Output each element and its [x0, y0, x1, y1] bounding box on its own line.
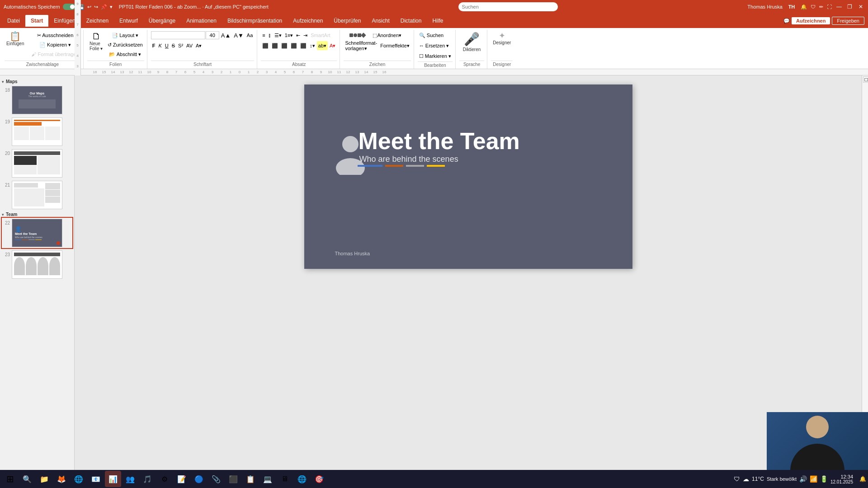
neue-folie-button[interactable]: 🗋 NeueFolie ▾ [87, 31, 105, 52]
shapes-gallery[interactable] [344, 31, 371, 40]
slide-thumb-20[interactable]: 20 [2, 148, 72, 178]
italic-button[interactable]: K [157, 41, 163, 50]
linespacing-button[interactable]: ↕▾ [308, 41, 316, 50]
pen-icon[interactable]: ✏ [819, 4, 823, 10]
kopieren-button[interactable]: 📄 Kopieren ▾ [30, 40, 80, 49]
font-size-input[interactable] [206, 31, 219, 39]
taskbar-mail[interactable]: 📧 [88, 471, 104, 487]
tab-dictation[interactable]: Dictation [395, 15, 427, 27]
format-button[interactable]: 🖌 Format übertragen [30, 50, 80, 59]
columns-button[interactable]: ⬛ [299, 41, 308, 50]
numlist-button[interactable]: 1≡▾ [283, 31, 295, 40]
slide-subtitle[interactable]: Who are behind the scenes [359, 155, 458, 164]
tab-hilfe[interactable]: Hilfe [427, 15, 448, 27]
close-button[interactable]: ✕ [857, 3, 864, 10]
tab-ueberpruefen[interactable]: Überprüfen [328, 15, 366, 27]
slide-panel[interactable]: ▾ Maps 18 Our Maps The works in cute 19 [0, 75, 75, 482]
slide-title[interactable]: Meet the Team [359, 127, 520, 155]
formeffekte-button[interactable]: Formeffekte▾ [379, 41, 411, 50]
abschnitt-button[interactable]: 📂 Abschnitt ▾ [106, 50, 144, 59]
taskbar-chrome[interactable]: 🌐 [71, 471, 87, 487]
tab-bildschirm[interactable]: Bildschirmpräsentation [222, 15, 288, 27]
bell-icon[interactable]: 🔔 [801, 4, 807, 10]
indent-left-button[interactable]: ⇤ [295, 31, 302, 40]
taskbar-monitor[interactable]: 🖥 [277, 471, 293, 487]
freigeben-button[interactable]: Freigeben [832, 17, 864, 25]
taskbar-start[interactable]: ⊞ [2, 471, 18, 487]
taskbar-clip[interactable]: 📎 [208, 471, 224, 487]
slide-thumb-18[interactable]: 18 Our Maps The works in cute [2, 85, 72, 115]
font-decrease-button[interactable]: A▼ [232, 31, 245, 40]
taskbar-black[interactable]: ⬛ [225, 471, 241, 487]
align-left-button[interactable]: ⬛ [261, 41, 270, 50]
ausschneiden-button[interactable]: ✂ Ausschneiden [30, 31, 80, 40]
taskbar-blue1[interactable]: 🔵 [191, 471, 207, 487]
align-right-button[interactable]: ⬛ [280, 41, 289, 50]
indent-right-button[interactable]: ⇥ [302, 31, 309, 40]
autosave-toggle[interactable] [63, 4, 75, 10]
taskbar-target[interactable]: 🎯 [311, 471, 327, 487]
underline-button[interactable]: U [164, 41, 170, 50]
spacing-button[interactable]: AV [185, 41, 194, 50]
redo-icon[interactable]: ↪ [94, 4, 98, 10]
align-center-button[interactable]: ⬛ [270, 41, 279, 50]
tab-uebergaenge[interactable]: Übergänge [143, 15, 181, 27]
highlight-button[interactable]: ab▾ [317, 41, 328, 50]
smartart-button[interactable]: SmartArt [309, 31, 331, 40]
undo-icon[interactable]: ↩ [87, 4, 91, 10]
taskbar-teams[interactable]: 👥 [122, 471, 138, 487]
suchen-button[interactable]: 🔍 Suchen [418, 31, 445, 40]
restore-button[interactable]: ❐ [846, 3, 854, 10]
taskbar-clipboard[interactable]: 📋 [242, 471, 259, 487]
taskbar-computer[interactable]: 💻 [259, 471, 276, 487]
tab-entwurf[interactable]: Entwurf [114, 15, 143, 27]
slide-resize-handle[interactable]: □ [863, 76, 868, 83]
shadow-button[interactable]: S² [177, 41, 184, 50]
markieren-button[interactable]: ☐ Markieren ▾ [418, 52, 453, 61]
taskbar-firefox[interactable]: 🦊 [53, 471, 70, 487]
zuruecksetzen-button[interactable]: ↺ Zurücksetzen [106, 40, 144, 49]
slide-thumb-22[interactable]: 22 👤 Meet the Team Who are behind the sc… [2, 218, 72, 248]
taskbar-network[interactable]: 📶 [810, 475, 817, 483]
einfuegen-button[interactable]: 📋 Einfügen [5, 31, 26, 47]
user-avatar[interactable]: TH [786, 1, 797, 12]
ersetzen-button[interactable]: ↔ Ersetzen ▾ [418, 41, 451, 50]
align-justify-button[interactable]: ⬛ [289, 41, 298, 50]
taskbar-clock[interactable]: 12:34 12.01.2025 [830, 474, 857, 484]
strikethrough-button[interactable]: S [170, 41, 176, 50]
font-color-button[interactable]: A▾ [194, 41, 203, 50]
taskbar-files[interactable]: 📁 [36, 471, 52, 487]
slide-thumb-21[interactable]: 21 [2, 180, 72, 210]
list-button[interactable]: ☰▾ [273, 31, 283, 40]
diktieren-button[interactable]: 🎤 Diktieren [459, 31, 484, 53]
taskbar-powerpoint[interactable]: 📊 [105, 471, 121, 487]
fullscreen-icon[interactable]: ⛶ [827, 4, 832, 9]
aufzeichnen-button[interactable]: Aufzeichnen [792, 17, 830, 24]
search-input[interactable] [458, 2, 558, 11]
taskbar-settings[interactable]: ⚙ [156, 471, 173, 487]
more-icon[interactable]: ▾ [110, 4, 113, 10]
tab-ansicht[interactable]: Ansicht [366, 15, 395, 27]
font-name-input[interactable] [151, 31, 205, 39]
tab-zeichnen[interactable]: Zeichnen [81, 15, 114, 27]
taskbar-search[interactable]: 🔍 [19, 471, 35, 487]
text-direction-button[interactable]: ≡ [261, 31, 266, 40]
taskbar-notification[interactable]: 🔔 [859, 476, 866, 482]
minimize-button[interactable]: — [835, 3, 843, 10]
bold-button[interactable]: F [151, 41, 157, 50]
taskbar-speaker[interactable]: 🔊 [799, 475, 807, 483]
designer-button[interactable]: ✦ Designer [491, 31, 513, 46]
font-increase-button[interactable]: A▲ [220, 31, 232, 40]
taskbar-onenote[interactable]: 📝 [174, 471, 190, 487]
layout-button[interactable]: 📑 Layout ▾ [106, 31, 144, 40]
arrange-button[interactable]: ⬚Anordnen▾ [371, 31, 403, 40]
tab-datei[interactable]: Datei [2, 15, 25, 27]
taskbar-web[interactable]: 🌐 [294, 471, 310, 487]
taskbar-cloud[interactable]: ☁ [743, 475, 749, 483]
ribbon-collapse-icon[interactable]: 💬 [783, 18, 790, 24]
fontcolor-button[interactable]: A▾ [328, 41, 337, 50]
slide-thumb-23[interactable]: 23 [2, 249, 72, 280]
clear-format-button[interactable]: Aa [245, 31, 254, 40]
tab-aufzeichnen[interactable]: Aufzeichnen [288, 15, 328, 27]
tab-animationen[interactable]: Animationen [181, 15, 222, 27]
